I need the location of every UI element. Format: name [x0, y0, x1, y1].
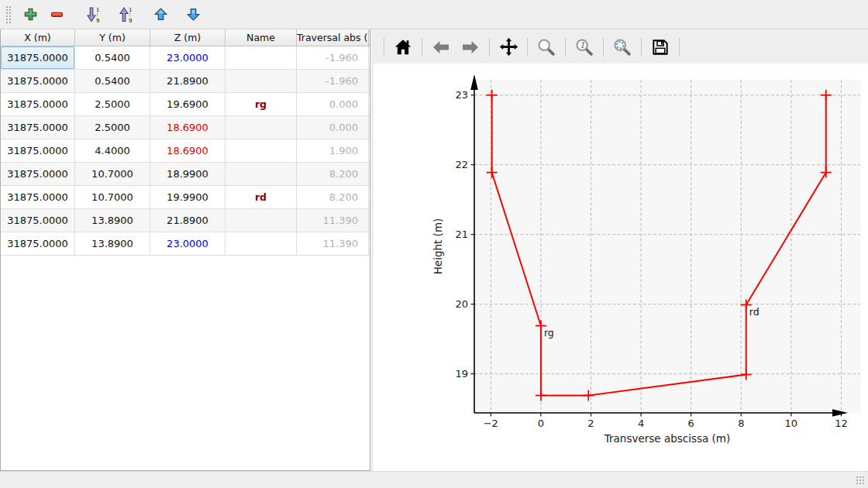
cell-abs[interactable]: -1.960	[297, 70, 369, 92]
zoom-button[interactable]	[533, 34, 560, 60]
cell-z[interactable]: 18.6900	[150, 139, 226, 162]
cell-y[interactable]: 10.7000	[75, 186, 150, 208]
column-header-x[interactable]: X (m)	[1, 29, 75, 46]
cell-name[interactable]	[226, 70, 297, 92]
svg-text:20: 20	[455, 298, 468, 310]
zoom-selection-button[interactable]	[609, 34, 636, 60]
cell-y[interactable]: 2.5000	[75, 93, 150, 115]
home-icon	[393, 37, 413, 57]
zoom-original-button[interactable]: 1	[571, 34, 598, 60]
toolbar-separator	[641, 38, 642, 57]
cell-z[interactable]: 21.8900	[150, 70, 226, 92]
cell-y[interactable]: 2.5000	[75, 116, 150, 139]
svg-text:1: 1	[96, 7, 99, 13]
cell-x[interactable]: 31875.0000	[1, 232, 75, 255]
cell-name[interactable]	[226, 232, 297, 255]
toolbar-separator	[603, 38, 604, 57]
magnifier-selection-icon	[612, 37, 632, 57]
cell-abs[interactable]: 11.390	[297, 232, 369, 255]
minus-icon	[50, 7, 64, 22]
cell-abs[interactable]: -1.960	[297, 46, 369, 69]
cell-name[interactable]	[226, 46, 297, 69]
table-row: 31875.00000.540021.8900-1.960	[1, 70, 370, 93]
cell-x[interactable]: 31875.0000	[1, 139, 75, 162]
cell-name[interactable]	[226, 116, 297, 139]
save-figure-button[interactable]	[647, 34, 673, 60]
table-header: X (m) Y (m) Z (m) Name Traversal abs (m)	[1, 29, 370, 46]
cell-abs[interactable]: 1.900	[297, 139, 369, 162]
cell-name[interactable]: rg	[226, 93, 297, 115]
cell-y[interactable]: 0.5400	[75, 70, 150, 92]
axes-background	[474, 80, 860, 413]
forward-button[interactable]	[457, 34, 484, 60]
column-header-name[interactable]: Name	[226, 29, 297, 46]
sort-down-1-9-icon: 1 9	[84, 6, 100, 23]
sort-ascending-button[interactable]: 1 9	[113, 3, 136, 26]
cell-x[interactable]: 31875.0000	[1, 70, 75, 92]
save-icon	[650, 37, 670, 57]
svg-text:0: 0	[538, 418, 544, 429]
svg-text:21: 21	[455, 229, 468, 240]
cell-z[interactable]: 18.6900	[150, 116, 226, 139]
table-row: 31875.00002.500019.6900rg0.000	[1, 93, 370, 116]
forward-arrow-icon	[460, 37, 480, 57]
cell-y[interactable]: 10.7000	[75, 163, 150, 185]
cell-y[interactable]: 4.4000	[75, 139, 150, 162]
svg-text:1: 1	[580, 40, 585, 50]
figure-canvas[interactable]: −20246810121920212223Transverse abscissa…	[374, 64, 868, 471]
column-header-traversal-abs[interactable]: Traversal abs (m)	[297, 29, 369, 46]
selected-cell[interactable]: 31875.0000	[1, 46, 75, 69]
pan-button[interactable]	[495, 34, 522, 60]
sort-descending-button[interactable]: 1 9	[81, 3, 104, 26]
cell-x[interactable]: 31875.0000	[1, 186, 75, 208]
table-row: 31875.000013.890021.890011.390	[1, 209, 370, 232]
column-header-z[interactable]: Z (m)	[150, 29, 226, 46]
arrow-down-icon	[186, 7, 201, 22]
cell-abs[interactable]: 0.000	[297, 116, 369, 139]
point-annotation: rg	[544, 327, 554, 339]
back-button[interactable]	[428, 34, 454, 60]
cell-x[interactable]: 31875.0000	[1, 209, 75, 232]
column-header-y[interactable]: Y (m)	[75, 29, 150, 46]
svg-text:9: 9	[96, 18, 99, 23]
cell-y[interactable]: 0.5400	[75, 46, 150, 69]
toolbar-separator	[679, 38, 680, 57]
remove-point-button[interactable]	[45, 3, 68, 26]
cell-x[interactable]: 31875.0000	[1, 93, 75, 115]
back-arrow-icon	[431, 37, 451, 57]
cell-abs[interactable]: 0.000	[297, 93, 369, 115]
cell-name[interactable]	[226, 209, 297, 232]
move-up-button[interactable]	[149, 3, 172, 26]
svg-text:19: 19	[455, 368, 468, 380]
cell-x[interactable]: 31875.0000	[1, 163, 75, 185]
cell-name[interactable]	[226, 163, 297, 185]
cross-section-chart[interactable]: −20246810121920212223Transverse abscissa…	[374, 64, 868, 471]
svg-text:23: 23	[455, 89, 468, 101]
cell-z[interactable]: 18.9900	[150, 163, 226, 185]
cell-z[interactable]: 23.0000	[150, 46, 226, 69]
home-button[interactable]	[390, 34, 416, 60]
cell-abs[interactable]: 8.200	[297, 186, 369, 208]
cell-z[interactable]: 21.8900	[150, 209, 226, 232]
svg-text:−2: −2	[484, 418, 498, 429]
toolbar-separator	[489, 38, 490, 57]
toolbar-drag-handle[interactable]	[5, 5, 11, 25]
cell-y[interactable]: 13.8900	[75, 209, 150, 232]
cell-name[interactable]: rd	[226, 186, 297, 208]
cell-z[interactable]: 19.9900	[150, 186, 226, 208]
resize-grip[interactable]	[856, 476, 866, 486]
cell-abs[interactable]: 8.200	[297, 163, 369, 185]
point-annotation: rd	[749, 306, 760, 318]
cell-y[interactable]: 13.8900	[75, 232, 150, 255]
cell-x[interactable]: 31875.0000	[1, 116, 75, 139]
cell-abs[interactable]: 11.390	[297, 209, 369, 232]
cell-z[interactable]: 23.0000	[150, 232, 226, 255]
svg-text:6: 6	[688, 418, 694, 429]
x-axis-label: Transverse abscissa (m)	[604, 432, 731, 445]
app-window: 1 9 1 9	[0, 0, 868, 488]
cell-name[interactable]	[226, 139, 297, 162]
svg-text:10: 10	[785, 418, 798, 429]
add-point-button[interactable]	[19, 3, 42, 26]
move-down-button[interactable]	[181, 3, 205, 26]
cell-z[interactable]: 19.6900	[150, 93, 226, 115]
